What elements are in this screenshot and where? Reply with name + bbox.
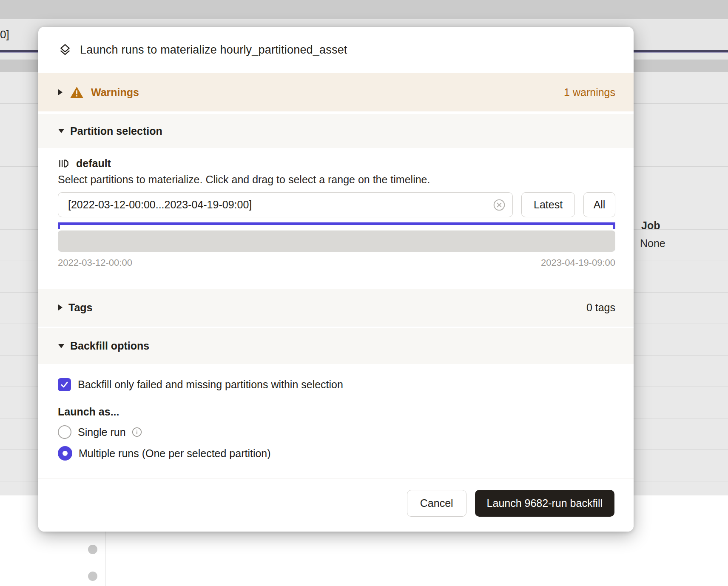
- partition-dimension-name: default: [76, 157, 111, 170]
- warnings-count: 1 warnings: [564, 86, 615, 99]
- tags-section-header[interactable]: Tags 0 tags: [38, 289, 634, 326]
- backfill-checkbox-row: Backfill only failed and missing partiti…: [58, 378, 615, 391]
- dialog-title: Launch runs to materialize hourly_partit…: [80, 43, 347, 57]
- single-run-option-row: Single run: [58, 425, 615, 439]
- timeline-date-labels: 2022-03-12-00:00 2023-04-19-09:00: [58, 257, 615, 268]
- selected-range-end-cap: [613, 222, 615, 229]
- partition-range-input-wrap: [58, 192, 513, 217]
- launch-backfill-button[interactable]: Launch 9682-run backfill: [475, 490, 614, 517]
- row-status-dot: [88, 572, 97, 581]
- partition-instructions: Select partitions to materialize. Click …: [58, 174, 615, 186]
- tags-count: 0 tags: [586, 302, 615, 314]
- partition-selection-header[interactable]: Partition selection: [38, 114, 634, 148]
- warnings-section-header[interactable]: Warnings 1 warnings: [38, 73, 634, 111]
- chevron-down-icon: [58, 344, 64, 348]
- section-divider: [38, 326, 634, 328]
- partition-range-input[interactable]: [58, 192, 513, 217]
- single-run-label: Single run: [78, 426, 126, 438]
- dialog-footer: Cancel Launch 9682-run backfill: [38, 478, 634, 532]
- info-icon[interactable]: [132, 427, 142, 437]
- warnings-label: Warnings: [91, 86, 139, 99]
- backfill-checkbox[interactable]: [58, 378, 71, 391]
- partition-selection-content: default Select partitions to materialize…: [38, 148, 634, 289]
- backfill-options-label: Backfill options: [70, 340, 149, 352]
- chevron-right-icon: [58, 304, 63, 310]
- job-column-label: Job: [641, 219, 660, 232]
- multiple-runs-label: Multiple runs (One per selected partitio…: [79, 447, 271, 460]
- background-top-strip: [0, 0, 728, 19]
- timeline-end-label: 2023-04-19-09:00: [541, 257, 615, 268]
- latest-button[interactable]: Latest: [521, 192, 575, 217]
- multiple-runs-option-row: Multiple runs (One per selected partitio…: [58, 446, 615, 461]
- row-status-dot: [88, 545, 97, 554]
- launch-backfill-dialog: Launch runs to materialize hourly_partit…: [38, 27, 634, 532]
- all-button[interactable]: All: [583, 192, 615, 217]
- backfill-options-header[interactable]: Backfill options: [38, 328, 634, 364]
- backfill-checkbox-label: Backfill only failed and missing partiti…: [78, 378, 343, 391]
- partition-dimension-row: default: [58, 157, 615, 170]
- dialog-title-bar: Launch runs to materialize hourly_partit…: [38, 27, 634, 73]
- partition-range-controls: Latest All: [58, 192, 615, 217]
- warning-triangle-icon: [70, 86, 84, 99]
- selected-range-bar: [58, 222, 615, 225]
- multiple-runs-radio[interactable]: [58, 446, 72, 461]
- partition-timeline[interactable]: [58, 230, 615, 252]
- chevron-down-icon: [58, 129, 64, 133]
- check-icon: [60, 380, 69, 390]
- timeline-selected-range[interactable]: [58, 222, 615, 229]
- single-run-radio[interactable]: [58, 425, 71, 439]
- selected-range-start-cap: [58, 222, 60, 229]
- partition-selection-label: Partition selection: [70, 125, 162, 137]
- launch-as-label: Launch as...: [58, 406, 615, 418]
- backfill-options-content: Backfill only failed and missing partiti…: [38, 364, 634, 478]
- job-column-value: None: [640, 237, 665, 250]
- materialize-layers-icon: [58, 43, 72, 57]
- chevron-right-icon: [58, 89, 63, 95]
- partition-set-icon: [58, 158, 69, 169]
- truncated-filter-text: 0]: [0, 28, 9, 41]
- tags-label: Tags: [68, 302, 93, 314]
- timeline-start-label: 2022-03-12-00:00: [58, 257, 132, 268]
- clear-selection-icon[interactable]: [493, 199, 505, 211]
- cancel-button[interactable]: Cancel: [407, 490, 466, 517]
